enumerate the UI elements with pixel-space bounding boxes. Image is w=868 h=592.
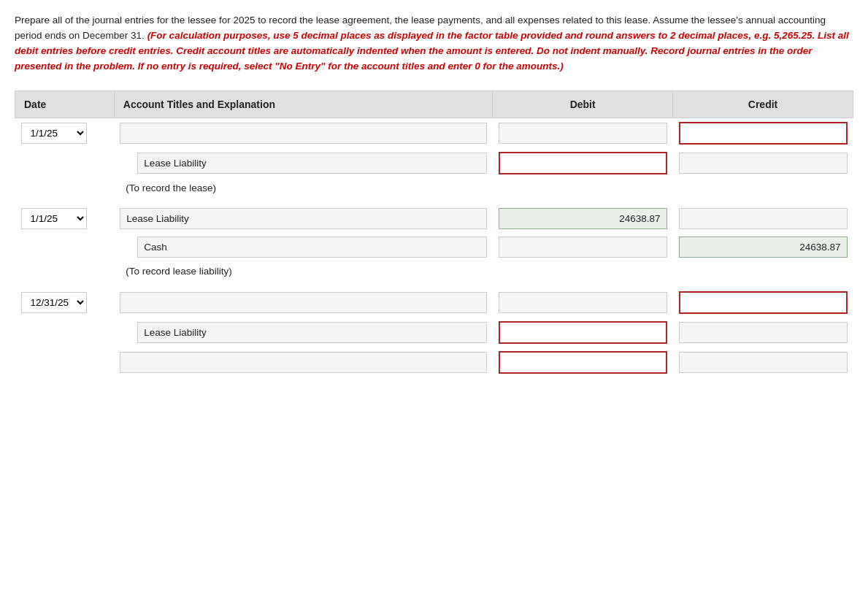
debit-input[interactable]	[499, 292, 667, 313]
account-input[interactable]	[137, 322, 486, 343]
date-select[interactable]: 1/1/2512/31/25No Entry	[21, 123, 87, 144]
account-input[interactable]	[120, 352, 486, 373]
table-row: 1/1/2512/31/25No Entry	[15, 288, 853, 318]
table-header-row: Date Account Titles and Explanation Debi…	[15, 91, 853, 118]
credit-input[interactable]	[679, 237, 848, 258]
credit-input[interactable]	[679, 122, 848, 145]
header-date: Date	[15, 91, 115, 118]
table-row	[15, 347, 853, 377]
account-input[interactable]	[137, 237, 486, 258]
account-input[interactable]	[137, 153, 486, 174]
table-row	[15, 148, 853, 178]
credit-input[interactable]	[679, 208, 848, 229]
debit-input[interactable]	[499, 351, 667, 374]
credit-input[interactable]	[679, 153, 848, 174]
debit-input[interactable]	[499, 208, 667, 229]
header-credit: Credit	[673, 91, 853, 118]
debit-input[interactable]	[499, 152, 667, 174]
instructions-text: Prepare all of the journal entries for t…	[15, 13, 853, 74]
date-select[interactable]: 1/1/2512/31/25No Entry	[21, 208, 87, 229]
account-input[interactable]	[120, 208, 486, 229]
debit-input[interactable]	[499, 237, 667, 258]
note-text: (To record the lease)	[120, 180, 222, 196]
account-input[interactable]	[120, 123, 486, 144]
note-text: (To record lease liability)	[120, 263, 238, 280]
credit-input[interactable]	[679, 291, 848, 314]
debit-input[interactable]	[499, 321, 667, 344]
date-select[interactable]: 1/1/2512/31/25No Entry	[21, 292, 87, 313]
table-row	[15, 318, 853, 347]
table-row	[15, 233, 853, 261]
note-row: (To record the lease)	[15, 178, 853, 197]
credit-input[interactable]	[679, 322, 848, 343]
header-debit: Debit	[493, 91, 673, 118]
table-row: 1/1/2512/31/25No Entry	[15, 204, 853, 233]
note-row: (To record lease liability)	[15, 261, 853, 280]
account-input[interactable]	[120, 292, 486, 313]
credit-input[interactable]	[679, 352, 848, 373]
journal-table: Date Account Titles and Explanation Debi…	[15, 91, 853, 377]
table-row: 1/1/2512/31/25No Entry	[15, 118, 853, 148]
debit-input[interactable]	[499, 123, 667, 144]
header-account: Account Titles and Explanation	[114, 91, 492, 118]
